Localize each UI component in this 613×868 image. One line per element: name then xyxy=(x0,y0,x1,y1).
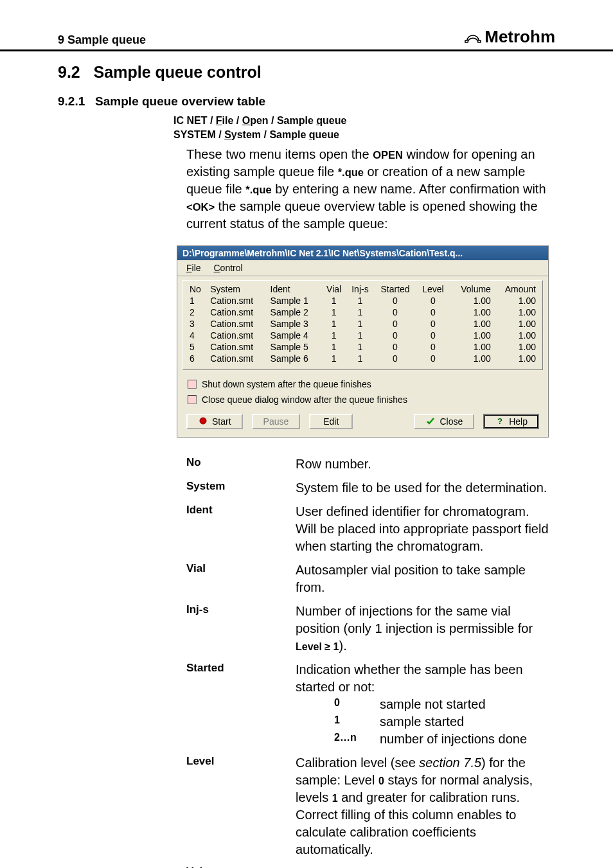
definition-term: Vial xyxy=(186,562,283,596)
col-amount: Amount xyxy=(493,283,538,295)
definition-text: Injected volume of sample in µL. xyxy=(296,865,549,868)
cell-volume: 1.00 xyxy=(450,318,493,330)
cell-level: 0 xyxy=(416,318,450,330)
table-row[interactable]: 5Cation.smtSample 511001.001.00 xyxy=(187,341,538,353)
svg-text:?: ? xyxy=(497,416,502,425)
cell-injs: 1 xyxy=(346,330,374,341)
definition-term: Ident xyxy=(186,503,283,555)
cell-system: Cation.smt xyxy=(208,353,267,364)
cell-amount: 1.00 xyxy=(493,295,538,306)
sample-queue-window: D:\Programme\Metrohm\IC Net 2.1\IC Net\S… xyxy=(177,245,549,438)
cell-system: Cation.smt xyxy=(208,306,267,318)
table-row[interactable]: 2Cation.smtSample 211001.001.00 xyxy=(187,306,538,318)
intro-paragraph: These two menu items open the OPEN windo… xyxy=(0,146,613,233)
cell-amount: 1.00 xyxy=(493,306,538,318)
cell-injs: 1 xyxy=(346,295,374,306)
help-icon: ? xyxy=(495,416,505,427)
definition-text: Number of injections for the same vial p… xyxy=(296,603,549,655)
checkbox-closequeue-row: Close queue dialog window after the queu… xyxy=(177,392,548,407)
cell-system: Cation.smt xyxy=(208,341,267,353)
cell-vial: 1 xyxy=(321,330,346,341)
table-row[interactable]: 1Cation.smtSample 111001.001.00 xyxy=(187,295,538,306)
table-row[interactable]: 4Cation.smtSample 411001.001.00 xyxy=(187,330,538,341)
menu-path-1: IC NET / File / Open / Sample queue xyxy=(0,115,613,127)
cell-amount: 1.00 xyxy=(493,330,538,341)
definition-row: Inj-sNumber of injections for the same v… xyxy=(186,603,549,655)
metrohm-logo: Metrohm xyxy=(464,27,555,47)
definition-row: StartedIndication whether the sample has… xyxy=(186,661,549,748)
definition-subline: 2…nnumber of injections done xyxy=(334,731,549,748)
cell-started: 0 xyxy=(374,295,416,306)
col-volume: Volume xyxy=(450,283,493,295)
cell-no: 2 xyxy=(187,306,208,318)
edit-button[interactable]: Edit xyxy=(309,414,353,429)
col-vial: Vial xyxy=(321,283,346,295)
definition-term: System xyxy=(186,479,283,497)
cell-injs: 1 xyxy=(346,353,374,364)
cell-injs: 1 xyxy=(346,306,374,318)
window-title-bar[interactable]: D:\Programme\Metrohm\IC Net 2.1\IC Net\S… xyxy=(177,246,548,260)
cell-system: Cation.smt xyxy=(208,330,267,341)
menu-control[interactable]: Control xyxy=(208,261,247,274)
checkbox-shutdown-row: Shut down system after the queue finishe… xyxy=(177,376,548,392)
light-icon xyxy=(198,416,208,427)
cell-started: 0 xyxy=(374,330,416,341)
definition-text: Calibration level (see section 7.5) for … xyxy=(296,754,549,858)
cell-volume: 1.00 xyxy=(450,353,493,364)
cell-vial: 1 xyxy=(321,318,346,330)
definition-row: VolumeInjected volume of sample in µL. xyxy=(186,865,549,868)
definition-text: Indication whether the sample has been s… xyxy=(296,661,549,748)
cell-volume: 1.00 xyxy=(450,341,493,353)
definition-term: Volume xyxy=(186,865,283,868)
close-button[interactable]: Close xyxy=(414,414,474,429)
cell-injs: 1 xyxy=(346,318,374,330)
definition-term: Inj-s xyxy=(186,603,283,655)
check-icon xyxy=(425,416,436,427)
cell-level: 0 xyxy=(416,353,450,364)
cell-volume: 1.00 xyxy=(450,306,493,318)
cell-amount: 1.00 xyxy=(493,318,538,330)
cell-started: 0 xyxy=(374,341,416,353)
definition-subline: 0sample not started xyxy=(334,696,549,713)
checkbox-shutdown[interactable] xyxy=(188,380,197,389)
menu-file[interactable]: File xyxy=(181,261,206,274)
definitions-list: NoRow number.SystemSystem file to be use… xyxy=(0,449,613,868)
cell-started: 0 xyxy=(374,306,416,318)
col-injs: Inj-s xyxy=(346,283,374,295)
checkbox-closequeue[interactable] xyxy=(188,395,197,404)
cell-level: 0 xyxy=(416,330,450,341)
definition-row: VialAutosampler vial position to take sa… xyxy=(186,562,549,596)
col-started: Started xyxy=(374,283,416,295)
window-menu-bar: File Control xyxy=(177,260,548,276)
help-button[interactable]: ? Help xyxy=(483,414,539,429)
definition-text: Row number. xyxy=(296,456,549,473)
cell-no: 1 xyxy=(187,295,208,306)
definition-row: SystemSystem file to be used for the det… xyxy=(186,479,549,497)
page-header: 9 Sample queue Metrohm xyxy=(0,0,613,51)
cell-level: 0 xyxy=(416,341,450,353)
definition-term: Started xyxy=(186,661,283,748)
button-row: Start Pause Edit Close ? Help xyxy=(177,407,548,437)
definition-row: LevelCalibration level (see section 7.5)… xyxy=(186,754,549,858)
queue-table: No System Ident Vial Inj-s Started Level… xyxy=(187,283,538,364)
cell-ident: Sample 2 xyxy=(268,306,322,318)
cell-ident: Sample 4 xyxy=(268,330,322,341)
cell-system: Cation.smt xyxy=(208,295,267,306)
menu-path-2: SYSTEM / System / Sample queue xyxy=(0,129,613,141)
cell-vial: 1 xyxy=(321,306,346,318)
cell-started: 0 xyxy=(374,318,416,330)
definition-term: No xyxy=(186,456,283,473)
start-button[interactable]: Start xyxy=(186,414,243,429)
definition-text: User defined identifier for chromatogram… xyxy=(296,503,549,555)
table-row[interactable]: 6Cation.smtSample 611001.001.00 xyxy=(187,353,538,364)
cell-level: 0 xyxy=(416,295,450,306)
cell-amount: 1.00 xyxy=(493,341,538,353)
subsection-heading: 9.2.1 Sample queue overview table xyxy=(0,94,613,109)
cell-ident: Sample 3 xyxy=(268,318,322,330)
cell-injs: 1 xyxy=(346,341,374,353)
table-row[interactable]: 3Cation.smtSample 311001.001.00 xyxy=(187,318,538,330)
checkbox-shutdown-label: Shut down system after the queue finishe… xyxy=(202,379,371,389)
col-level: Level xyxy=(416,283,450,295)
cell-amount: 1.00 xyxy=(493,353,538,364)
pause-button: Pause xyxy=(252,414,301,429)
